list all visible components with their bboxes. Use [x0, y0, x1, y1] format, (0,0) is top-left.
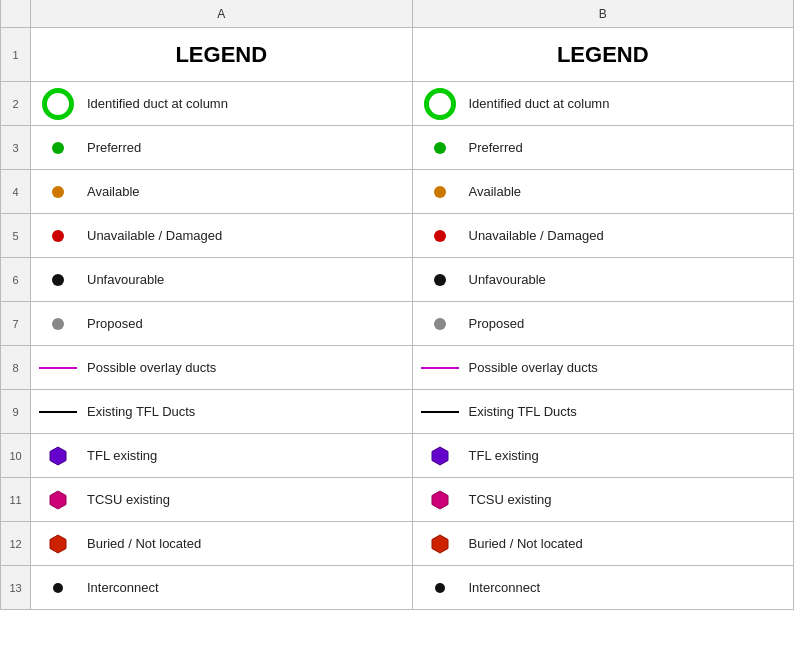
green-ring-shape-a	[42, 88, 74, 120]
icon-row-interconnect-a: Interconnect	[39, 580, 404, 595]
preferred-label-a: Preferred	[87, 140, 141, 155]
icon-row-buried-a: Buried / Not located	[39, 534, 404, 554]
svg-marker-4	[50, 535, 66, 553]
cell-b-6: Unfavourable	[413, 258, 795, 302]
icon-row-proposed-b: Proposed	[421, 316, 786, 331]
proposed-icon-b	[421, 318, 459, 330]
pink-line-a	[39, 367, 77, 369]
cell-a-13: Interconnect	[31, 566, 413, 610]
identified-duct-label-b: Identified duct at column	[469, 96, 610, 111]
unavailable-icon-b	[421, 230, 459, 242]
proposed-label-b: Proposed	[469, 316, 525, 331]
pink-line-b	[421, 367, 459, 369]
icon-row-unfavourable-b: Unfavourable	[421, 272, 786, 287]
dot-orange-a	[52, 186, 64, 198]
unfavourable-icon-b	[421, 274, 459, 286]
tfl-label-b: Existing TFL Ducts	[469, 404, 577, 419]
row-num-13: 13	[1, 566, 31, 610]
icon-row-tfl-existing-b: TFL existing	[421, 446, 786, 466]
tcsu-label-a: TCSU existing	[87, 492, 170, 507]
tfl-hex-icon-a	[39, 446, 77, 466]
cell-a-2: Identified duct at column	[31, 82, 413, 126]
dot-interconnect-b	[435, 583, 445, 593]
tfl-hex-icon-b	[421, 446, 459, 466]
tcsu-hex-icon-b	[421, 490, 459, 510]
dot-gray-a	[52, 318, 64, 330]
unavailable-label-b: Unavailable / Damaged	[469, 228, 604, 243]
overlay-label-b: Possible overlay ducts	[469, 360, 598, 375]
cell-b-8: Possible overlay ducts	[413, 346, 795, 390]
tfl-line-icon-a	[39, 411, 77, 413]
identified-duct-label-a: Identified duct at column	[87, 96, 228, 111]
row-num-8: 8	[1, 346, 31, 390]
cell-b-7: Proposed	[413, 302, 795, 346]
green-ring-shape-b	[424, 88, 456, 120]
legend-title-b: LEGEND	[413, 28, 795, 82]
icon-row-unfavourable-a: Unfavourable	[39, 272, 404, 287]
proposed-icon-a	[39, 318, 77, 330]
icon-row-overlay-b: Possible overlay ducts	[421, 360, 786, 375]
icon-row-tfl-a: Existing TFL Ducts	[39, 404, 404, 419]
icon-row-buried-b: Buried / Not located	[421, 534, 786, 554]
cell-b-5: Unavailable / Damaged	[413, 214, 795, 258]
row-num-6: 6	[1, 258, 31, 302]
buried-hex-icon-b	[421, 534, 459, 554]
svg-marker-3	[432, 491, 448, 509]
dot-interconnect-a	[53, 583, 63, 593]
cell-a-3: Preferred	[31, 126, 413, 170]
cell-a-5: Unavailable / Damaged	[31, 214, 413, 258]
interconnect-icon-b	[421, 583, 459, 593]
unavailable-icon-a	[39, 230, 77, 242]
hex-red-svg-a	[49, 534, 67, 554]
icon-row-identified-b: Identified duct at column	[421, 88, 786, 120]
overlay-line-icon-b	[421, 367, 459, 369]
hex-red-svg-b	[431, 534, 449, 554]
row-num-7: 7	[1, 302, 31, 346]
unavailable-label-a: Unavailable / Damaged	[87, 228, 222, 243]
cell-b-11: TCSU existing	[413, 478, 795, 522]
icon-row-available-b: Available	[421, 184, 786, 199]
interconnect-label-a: Interconnect	[87, 580, 159, 595]
icon-row-unavailable-a: Unavailable / Damaged	[39, 228, 404, 243]
icon-row-unavailable-b: Unavailable / Damaged	[421, 228, 786, 243]
cell-b-10: TFL existing	[413, 434, 795, 478]
icon-row-proposed-a: Proposed	[39, 316, 404, 331]
hex-pink-svg-b	[431, 490, 449, 510]
interconnect-label-b: Interconnect	[469, 580, 541, 595]
row-num-9: 9	[1, 390, 31, 434]
tcsu-hex-icon-a	[39, 490, 77, 510]
black-line-a	[39, 411, 77, 413]
dot-black-b	[434, 274, 446, 286]
dot-black-a	[52, 274, 64, 286]
row-num-12: 12	[1, 522, 31, 566]
buried-label-b: Buried / Not located	[469, 536, 583, 551]
row-num-1: 1	[1, 28, 31, 82]
tfl-existing-label-b: TFL existing	[469, 448, 539, 463]
svg-marker-0	[50, 447, 66, 465]
available-label-b: Available	[469, 184, 522, 199]
row-num-11: 11	[1, 478, 31, 522]
cell-b-4: Available	[413, 170, 795, 214]
icon-row-tcsu-a: TCSU existing	[39, 490, 404, 510]
cell-a-7: Proposed	[31, 302, 413, 346]
dot-gray-b	[434, 318, 446, 330]
preferred-icon-a	[39, 142, 77, 154]
legend-title-text-a: LEGEND	[175, 42, 267, 68]
tcsu-label-b: TCSU existing	[469, 492, 552, 507]
available-icon-b	[421, 186, 459, 198]
cell-b-12: Buried / Not located	[413, 522, 795, 566]
icon-row-interconnect-b: Interconnect	[421, 580, 786, 595]
black-line-b	[421, 411, 459, 413]
unfavourable-icon-a	[39, 274, 77, 286]
proposed-label-a: Proposed	[87, 316, 143, 331]
cell-b-9: Existing TFL Ducts	[413, 390, 795, 434]
hex-purple-svg-b	[431, 446, 449, 466]
dot-red-b	[434, 230, 446, 242]
dot-orange-b	[434, 186, 446, 198]
unfavourable-label-a: Unfavourable	[87, 272, 164, 287]
green-ring-icon-a	[39, 88, 77, 120]
hex-pink-svg-a	[49, 490, 67, 510]
preferred-label-b: Preferred	[469, 140, 523, 155]
icon-row-identified-a: Identified duct at column	[39, 88, 404, 120]
cell-a-6: Unfavourable	[31, 258, 413, 302]
